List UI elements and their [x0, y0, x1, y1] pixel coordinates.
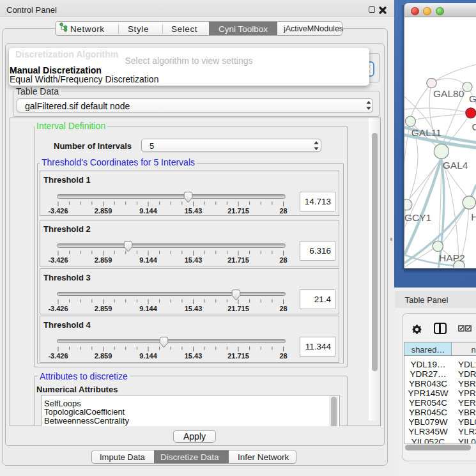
svg-text:GAL4: GAL4: [442, 160, 468, 171]
svg-text:H: H: [471, 211, 476, 222]
svg-text:GAL11: GAL11: [411, 127, 441, 138]
svg-text:GA: GA: [469, 93, 476, 104]
svg-text:GCY1: GCY1: [404, 212, 431, 223]
svg-text:GAL80: GAL80: [433, 88, 464, 99]
svg-text:HAP2: HAP2: [439, 252, 465, 263]
svg-text:C: C: [472, 121, 476, 132]
